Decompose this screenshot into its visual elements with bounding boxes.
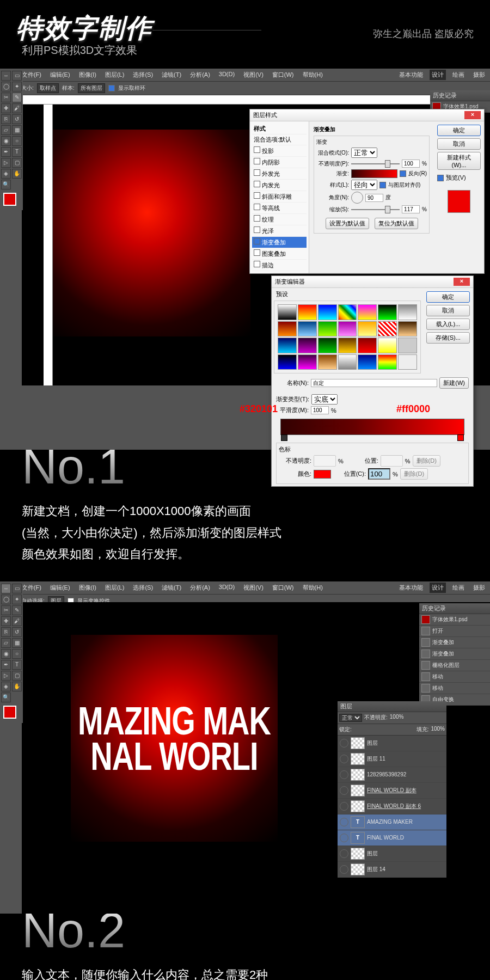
visibility-icon[interactable] — [340, 849, 348, 858]
blend-select[interactable]: 正常 — [351, 148, 377, 158]
style-contour[interactable]: 等高线 — [252, 203, 307, 214]
history-brush-tool[interactable]: ↺ — [12, 627, 22, 637]
layer-row[interactable]: FINAL WORLD 副本 — [338, 783, 446, 799]
style-stroke[interactable]: 描边 — [252, 260, 307, 271]
visibility-icon[interactable] — [340, 770, 348, 779]
brush-tool[interactable]: 🖌 — [12, 103, 22, 113]
pen-tool[interactable]: ✒ — [1, 660, 11, 670]
menu-window[interactable]: 窗口(W) — [270, 583, 296, 593]
history-raster[interactable]: 栅格化图层 — [419, 660, 490, 671]
foreground-color[interactable] — [3, 706, 16, 719]
visibility-icon[interactable] — [340, 755, 348, 763]
blur-tool[interactable]: ◉ — [1, 649, 11, 659]
opt-sample-value[interactable]: 取样点 — [37, 83, 59, 93]
visibility-icon[interactable] — [340, 818, 348, 826]
angle-input[interactable] — [365, 194, 383, 202]
layer-row[interactable]: 图层 11 — [338, 751, 446, 767]
menu-layer[interactable]: 图层(L) — [103, 70, 126, 80]
menu-file[interactable]: 文件(F) — [20, 583, 44, 593]
style-outerglow[interactable]: 外发光 — [252, 168, 307, 180]
menu-window[interactable]: 窗口(W) — [270, 70, 296, 80]
style-bevel[interactable]: 斜面和浮雕 — [252, 191, 307, 203]
blendopts[interactable]: 混合选项:默认 — [252, 134, 307, 145]
3d-tool[interactable]: ◈ — [1, 169, 11, 179]
visibility-icon[interactable] — [340, 802, 348, 811]
workspace-design[interactable]: 设计 — [430, 583, 446, 593]
hand-tool[interactable]: ✋ — [12, 682, 22, 691]
style-gradoverlay[interactable]: 渐变叠加 — [252, 237, 307, 248]
menu-analysis[interactable]: 分析(A) — [188, 70, 212, 80]
eraser-tool[interactable]: ▱ — [1, 638, 11, 648]
path-tool[interactable]: ▷ — [1, 158, 11, 168]
dialog-titlebar[interactable]: 图层样式 × — [250, 109, 484, 121]
color-swatch[interactable] — [314, 470, 331, 479]
type-select[interactable]: 实底 — [311, 394, 338, 405]
loc2-input[interactable] — [368, 468, 390, 480]
newstyle-button[interactable]: 新建样式(W)... — [437, 152, 481, 170]
menu-select[interactable]: 选择(S) — [131, 583, 155, 593]
grad-save[interactable]: 存储(S)... — [426, 332, 470, 344]
wand-tool[interactable]: ✦ — [12, 82, 22, 91]
grad-titlebar[interactable]: 渐变编辑器 × — [272, 276, 473, 288]
style-texture[interactable]: 纹理 — [252, 214, 307, 225]
set-default-btn[interactable]: 设置为默认值 — [326, 218, 369, 229]
heal-tool[interactable]: ✚ — [1, 103, 11, 113]
ok-button[interactable]: 确定 — [437, 125, 481, 136]
hand-tool[interactable]: ✋ — [12, 169, 22, 179]
marquee-tool[interactable]: ▭ — [12, 71, 22, 81]
align-check[interactable] — [379, 182, 386, 188]
grad-ok[interactable]: 确定 — [426, 291, 470, 303]
workspace-paint[interactable]: 绘画 — [450, 70, 467, 80]
document-canvas-radial[interactable] — [44, 130, 250, 336]
workspace-paint[interactable]: 绘画 — [450, 583, 467, 593]
brush-tool[interactable]: 🖌 — [12, 616, 22, 626]
layer-row[interactable]: FINAL WORLD 副本 6 — [338, 799, 446, 814]
crop-tool[interactable]: ✂ — [1, 605, 11, 615]
grad-cancel[interactable]: 取消 — [426, 305, 470, 316]
history-tab[interactable]: 历史记录 — [430, 90, 490, 101]
style-patoverlay[interactable]: 图案叠加 — [252, 248, 307, 260]
shape-tool[interactable]: ▢ — [12, 158, 22, 168]
menu-edit[interactable]: 编辑(E) — [48, 583, 72, 593]
visibility-icon[interactable] — [340, 786, 348, 795]
dodge-tool[interactable]: ○ — [12, 649, 22, 659]
visibility-icon[interactable] — [340, 865, 348, 874]
type-tool[interactable]: T — [12, 147, 22, 157]
menu-image[interactable]: 图像(I) — [77, 583, 99, 593]
layer-row-selected[interactable]: TAMAZING MAKER — [338, 814, 446, 830]
pen-tool[interactable]: ✒ — [1, 147, 11, 157]
visibility-icon[interactable] — [340, 834, 348, 842]
style-innershadow[interactable]: 内阴影 — [252, 157, 307, 168]
history-brush-tool[interactable]: ↺ — [12, 114, 22, 124]
marquee-tool[interactable]: ▭ — [12, 584, 22, 593]
blend-mode-select[interactable]: 正常 — [339, 714, 362, 722]
opacity-input[interactable] — [402, 160, 420, 168]
history-move2[interactable]: 移动 — [419, 683, 490, 694]
type-tool[interactable]: T — [12, 660, 22, 670]
preview-check[interactable] — [437, 175, 444, 181]
angle-dial[interactable] — [351, 192, 363, 204]
3d-tool[interactable]: ◈ — [1, 682, 11, 691]
reset-default-btn[interactable]: 复位为默认值 — [375, 218, 418, 229]
scale-slider[interactable] — [351, 209, 400, 210]
menu-select[interactable]: 选择(S) — [131, 70, 155, 80]
stamp-tool[interactable]: ⎘ — [1, 114, 11, 124]
grad-load[interactable]: 载入(L)... — [426, 318, 470, 330]
blur-tool[interactable]: ◉ — [1, 136, 11, 146]
menu-filter[interactable]: 滤镜(T) — [160, 583, 183, 593]
style-innerglow[interactable]: 内发光 — [252, 180, 307, 191]
dodge-tool[interactable]: ○ — [12, 136, 22, 146]
menu-filter[interactable]: 滤镜(T) — [160, 70, 183, 80]
history-grad1[interactable]: 渐变叠加 — [419, 637, 490, 648]
workspace-photo[interactable]: 摄影 — [471, 583, 487, 593]
history-doc[interactable]: 字体效果1.psd — [419, 614, 490, 626]
history-open[interactable]: 打开 — [419, 626, 490, 637]
history-tab[interactable]: 历史记录 — [419, 603, 490, 614]
eyedropper-tool[interactable]: ✎ — [12, 605, 22, 615]
menu-image[interactable]: 图像(I) — [77, 70, 99, 80]
menu-view[interactable]: 视图(V) — [241, 70, 266, 80]
gradstyle-select[interactable]: 径向 — [351, 180, 377, 190]
workspace-basic[interactable]: 基本功能 — [397, 70, 425, 80]
path-tool[interactable]: ▷ — [1, 671, 11, 681]
style-satin[interactable]: 光泽 — [252, 225, 307, 237]
